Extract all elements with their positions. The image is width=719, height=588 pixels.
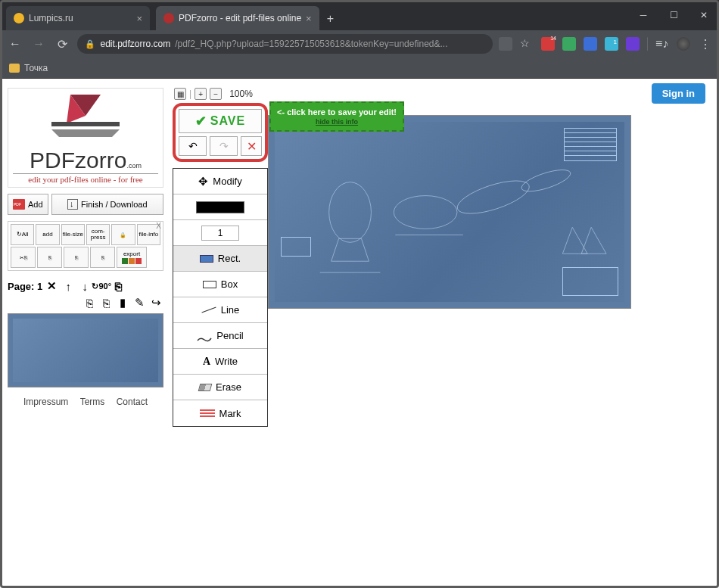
- tab-lumpics[interactable]: Lumpics.ru ×: [6, 6, 150, 30]
- thickness-field[interactable]: [201, 226, 239, 241]
- zoom-controls: ▦ | + − 100%: [174, 88, 268, 100]
- delete-page-button[interactable]: ✕: [44, 278, 59, 294]
- link-terms[interactable]: Terms: [80, 397, 105, 407]
- page-label: Page: 1: [8, 281, 42, 292]
- line-tool[interactable]: Line: [173, 297, 267, 323]
- translate-icon[interactable]: [499, 37, 512, 51]
- tools-column: ▦ | + − 100% ✔ SAVE ↶ ↷ ✕ Modify: [171, 85, 269, 588]
- copy1-button[interactable]: ⎘: [37, 247, 62, 268]
- color-swatch-icon: [196, 201, 244, 213]
- reload-button[interactable]: ⟳: [54, 37, 71, 51]
- cancel-button[interactable]: ✕: [241, 136, 262, 156]
- rect-icon: [200, 255, 213, 263]
- drawing-tools: Modify Rect. Box Line Pencil: [173, 168, 268, 427]
- pencil-icon: [197, 333, 212, 339]
- logo: PDFzorro.com edit your pdf-files online …: [8, 88, 163, 188]
- close-grid-icon[interactable]: X: [156, 222, 161, 230]
- hint-text: <- click here to save your edit!: [277, 107, 397, 117]
- bookmark-item[interactable]: Точка: [24, 63, 48, 73]
- cut-button[interactable]: ✂⎘: [11, 247, 36, 268]
- compress-button[interactable]: com-press: [86, 224, 110, 245]
- lock-button[interactable]: 🔒: [111, 224, 135, 245]
- export-button[interactable]: export: [117, 247, 147, 268]
- ext-red-icon[interactable]: [541, 37, 555, 51]
- add-button[interactable]: add: [36, 224, 59, 245]
- text-icon: A: [203, 356, 210, 368]
- address-bar: ← → ⟳ 🔒 edit.pdfzorro.com /pdf2_HQ.php?u…: [0, 30, 719, 58]
- forward-button[interactable]: →: [30, 37, 47, 51]
- color-picker[interactable]: [173, 194, 267, 220]
- page-op-b[interactable]: ⎘: [98, 295, 114, 310]
- page-op-d[interactable]: ✎: [132, 295, 147, 310]
- bookmark-star-icon[interactable]: ☆: [520, 37, 534, 51]
- copy3-button[interactable]: ⎘: [90, 247, 115, 268]
- zoom-in-icon[interactable]: +: [195, 88, 207, 100]
- favicon-icon: [163, 13, 174, 23]
- close-button[interactable]: ✕: [689, 0, 719, 30]
- close-icon[interactable]: ×: [136, 13, 142, 24]
- zoom-out-icon[interactable]: −: [210, 88, 222, 100]
- box-icon: [203, 281, 216, 288]
- browser-tabstrip: Lumpics.ru × PDFzorro - edit pdf-files o…: [0, 0, 719, 30]
- url-input[interactable]: 🔒 edit.pdfzorro.com /pdf2_HQ.php?upload=…: [77, 34, 493, 54]
- mark-icon: [200, 409, 215, 417]
- move-down-button[interactable]: ↓: [77, 278, 92, 294]
- svg-point-5: [394, 196, 457, 229]
- redo-button[interactable]: ↷: [210, 136, 238, 156]
- close-icon[interactable]: ×: [306, 13, 312, 24]
- box-tool[interactable]: Box: [173, 272, 267, 297]
- erase-tool[interactable]: Erase: [173, 375, 267, 400]
- ext-cyan-icon[interactable]: [605, 37, 618, 51]
- svg-point-7: [519, 166, 573, 196]
- thickness-input[interactable]: [173, 220, 267, 246]
- copy2-button[interactable]: ⎘: [64, 247, 89, 268]
- line-icon: [201, 307, 216, 313]
- page-op-a[interactable]: ⎘: [82, 295, 97, 310]
- folder-icon: [9, 64, 20, 73]
- filesize-button[interactable]: file-size: [61, 224, 85, 245]
- svg-marker-3: [51, 129, 120, 137]
- pdf-icon: [13, 199, 25, 210]
- link-impressum[interactable]: Impressum: [23, 397, 68, 407]
- ext-green-icon[interactable]: [562, 37, 576, 51]
- bookmarks-bar: Точка: [0, 58, 719, 79]
- mark-tool[interactable]: Mark: [173, 400, 267, 426]
- add-pdf-button[interactable]: Add: [8, 194, 48, 215]
- rect-tool[interactable]: Rect.: [173, 246, 267, 272]
- save-hint: <- click here to save your edit! hide th…: [269, 101, 404, 132]
- move-up-button[interactable]: ↑: [61, 278, 76, 294]
- page-controls: Page: 1 ✕ ↑ ↓ ↻90° ⎘ ⎘ ⎘ ▮ ✎ ↪: [8, 278, 163, 310]
- logo-tagline: edit your pdf-files online - for free: [13, 173, 158, 184]
- page-op-c[interactable]: ▮: [115, 295, 130, 310]
- logo-mark-icon: [44, 93, 127, 146]
- write-tool[interactable]: A Write: [173, 349, 267, 375]
- document-tools-grid: X ↻All add file-size com-press 🔒 file-in…: [8, 221, 163, 271]
- fit-icon[interactable]: ▦: [174, 88, 186, 100]
- link-contact[interactable]: Contact: [117, 397, 148, 407]
- move-icon: [198, 175, 208, 188]
- modify-tool[interactable]: Modify: [173, 169, 267, 194]
- new-tab-button[interactable]: +: [319, 8, 341, 30]
- maximize-button[interactable]: ☐: [658, 0, 689, 30]
- pencil-tool[interactable]: Pencil: [173, 323, 267, 349]
- rotate-button[interactable]: ↻90°: [94, 278, 109, 294]
- rotate-all-button[interactable]: ↻All: [11, 224, 34, 245]
- pdf-page-canvas[interactable]: ROCKET BLUEPRINT: [268, 115, 631, 309]
- back-button[interactable]: ←: [6, 37, 23, 51]
- ext-purple-icon[interactable]: [626, 37, 640, 51]
- lock-icon: 🔒: [85, 39, 95, 49]
- duplicate-button[interactable]: ⎘: [110, 278, 126, 294]
- footer-links: Impressum Terms Contact: [8, 397, 163, 407]
- hide-hint-link[interactable]: hide this info: [316, 118, 358, 126]
- ext-blue-icon[interactable]: [584, 37, 597, 51]
- finish-download-button[interactable]: Finish / Download: [51, 194, 163, 215]
- save-button[interactable]: ✔ SAVE: [179, 109, 262, 133]
- undo-button[interactable]: ↶: [179, 136, 207, 156]
- profile-avatar[interactable]: [677, 37, 690, 51]
- tab-pdfzorro[interactable]: PDFzorro - edit pdf-files online ×: [156, 6, 319, 30]
- page-op-e[interactable]: ↪: [148, 295, 163, 310]
- menu-button[interactable]: ⋮: [698, 37, 713, 51]
- page-thumbnail[interactable]: [8, 313, 163, 387]
- minimize-button[interactable]: ─: [628, 0, 658, 30]
- playlist-icon[interactable]: ≡♪: [655, 37, 669, 51]
